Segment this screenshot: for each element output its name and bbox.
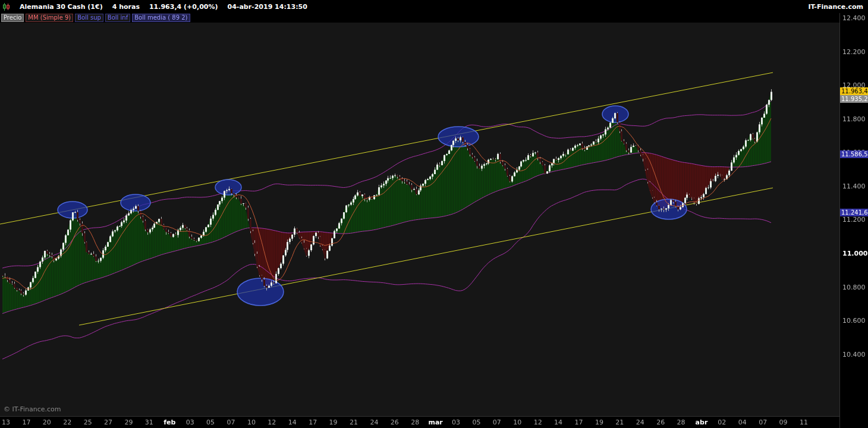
timeframe-label[interactable]: 4 horas (112, 3, 140, 11)
indicator-row: Precio MM (Simple 9) Boll sup Boll inf B… (0, 13, 190, 23)
instrument-title: Alemania 30 Cash (1€) (20, 3, 103, 11)
indicator-chip-precio[interactable]: Precio (1, 14, 24, 22)
price-tag: 11.963,4 (840, 87, 868, 95)
indicator-chip-mm-simple9[interactable]: MM (Simple 9) (26, 14, 73, 22)
price-tag: 11.935,2 (840, 95, 868, 103)
indicator-chip-boll-inf[interactable]: Boll inf (105, 14, 130, 22)
indicator-chip-boll-sup[interactable]: Boll sup (75, 14, 103, 22)
price-tag: 11.241,6 (840, 209, 868, 216)
price-tag: 11.586,5 (840, 150, 868, 158)
title-bar: Alemania 30 Cash (1€) 4 horas 11.963,4 (… (0, 0, 868, 13)
brand-link[interactable]: IT-Finance.com (808, 3, 863, 11)
candlestick-icon (2, 3, 10, 11)
chart-window: Alemania 30 Cash (1€) 4 horas 11.963,4 (… (0, 0, 868, 428)
price-chart[interactable] (0, 0, 868, 428)
indicator-chip-boll-media[interactable]: Boll media ( 89 2) (132, 14, 190, 22)
datetime-label: 04-abr-2019 14:13:50 (228, 3, 307, 11)
watermark: © IT-Finance.com (4, 405, 61, 413)
last-price-change: 11.963,4 (+0,00%) (149, 3, 218, 11)
